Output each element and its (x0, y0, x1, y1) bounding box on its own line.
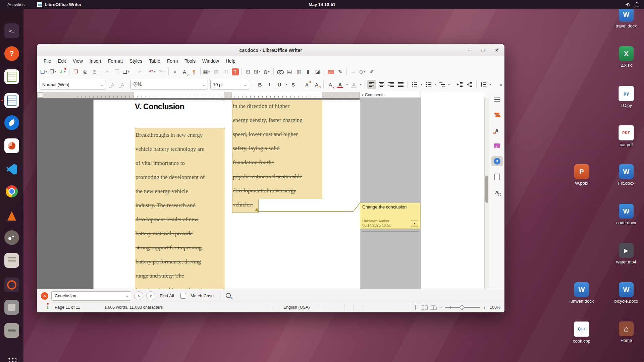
desktop-icon-cook-cpp[interactable]: cook.cpp (566, 321, 598, 344)
font-name-combo[interactable]: 等线 ⌄ (130, 80, 208, 89)
subscript-button[interactable]: A (312, 80, 321, 89)
sidebar-properties-button[interactable] (491, 110, 503, 120)
comment-box[interactable]: Change the conclusion Unknown Author 05/… (360, 203, 420, 229)
track-changes-button[interactable]: ✎ (336, 67, 344, 76)
basic-shapes-button[interactable]: ◇▾ (358, 67, 367, 76)
search-box[interactable]: ⌄ (51, 291, 131, 301)
desktop-icon-fix-docx[interactable]: Fix.docx (610, 164, 642, 186)
desktop-icon-lc-py[interactable]: LC.py (610, 86, 642, 108)
paste-button[interactable]: ❑▾ (122, 67, 131, 76)
formatting-marks-button[interactable]: ¶ (190, 67, 198, 76)
search-input[interactable] (54, 293, 126, 299)
desktop-icon-car-pdf[interactable]: car.pdf (610, 125, 642, 147)
insert-special-character-dropdown-icon[interactable]: ▾ (267, 70, 270, 73)
find-next-button[interactable]: ∨ (146, 291, 155, 300)
sidebar-gallery-button[interactable] (491, 141, 503, 151)
document-text-line[interactable]: battery materials provide (136, 227, 225, 241)
libreoffice-calc-dock-button[interactable] (4, 69, 19, 84)
find-all-button[interactable]: Find All (160, 293, 174, 298)
match-case-label[interactable]: Match Case (191, 293, 214, 298)
menu-insert[interactable]: Insert (86, 58, 105, 64)
find-previous-button[interactable]: ∧ (134, 291, 143, 300)
chevron-down-icon[interactable]: ⌄ (201, 83, 205, 86)
menu-form[interactable]: Form (164, 58, 181, 64)
zoom-slider-thumb[interactable] (460, 305, 464, 310)
align-left-button[interactable] (367, 80, 376, 89)
paste-dropdown-icon[interactable]: ▾ (127, 70, 130, 73)
save-button[interactable]: ⇓▾ (58, 67, 67, 76)
print-button[interactable]: ⎙ (81, 67, 90, 76)
sidebar-styles-button[interactable] (491, 125, 503, 135)
insert-endnote-button[interactable]: ▥ (294, 67, 303, 76)
outline-list-button[interactable] (438, 80, 446, 89)
document-text-line[interactable]: range and safety. The (136, 269, 225, 283)
menu-tools[interactable]: Tools (181, 58, 199, 64)
show-apps-dock-button[interactable] (4, 354, 19, 362)
document-text-line[interactable]: safety, laying a solid (233, 141, 322, 156)
desktop-icon-water-mp4[interactable]: water.mp4 (610, 243, 642, 264)
scrollbar-thumb[interactable] (485, 176, 488, 203)
document-text-line[interactable]: speed, lower cost and higher (233, 127, 322, 141)
ordered-list-button[interactable] (424, 80, 433, 89)
horizontal-ruler[interactable]: L (37, 92, 360, 98)
strikethrough-button[interactable]: S (289, 80, 298, 89)
zoom-level[interactable]: 100% (490, 302, 500, 312)
ubuntu-software-dock-button[interactable] (4, 278, 19, 292)
vertical-scrollbar[interactable] (484, 98, 489, 289)
app-gray-1-dock-button[interactable] (4, 300, 19, 315)
open-file-dropdown-icon[interactable]: ▾ (54, 70, 57, 73)
comment-text[interactable]: Change the conclusion (362, 204, 407, 209)
export-pdf-button[interactable]: ❒ (71, 67, 80, 76)
new-style-button[interactable]: A (118, 80, 127, 89)
desktop-icon-lunwen-docx[interactable]: lunwen.docx (566, 282, 598, 304)
document-text-line[interactable]: vehicle battery technology are (136, 142, 225, 156)
sidebar-settings-button[interactable] (491, 95, 503, 105)
insert-cross-reference-button[interactable]: ◪ (313, 67, 322, 76)
basic-shapes-dropdown-icon[interactable]: ▾ (363, 70, 366, 73)
chevron-down-icon[interactable]: ⌄ (99, 83, 103, 86)
insert-field-dropdown-icon[interactable]: ▾ (258, 70, 261, 73)
unordered-list-dropdown-icon[interactable]: ▾ (420, 83, 423, 86)
menu-styles[interactable]: Styles (126, 58, 146, 64)
app-gray-2-dock-button[interactable] (4, 323, 19, 338)
document-text-line[interactable]: industry. The research and (136, 198, 225, 213)
insert-image-button[interactable]: ▧ (212, 67, 221, 76)
align-justify-button[interactable] (396, 80, 405, 89)
terminal-dock-button[interactable] (4, 23, 19, 38)
files-dock-button[interactable] (4, 253, 19, 268)
unordered-list-button[interactable] (410, 80, 419, 89)
find-and-replace-icon[interactable] (225, 292, 233, 300)
document-text-line[interactable]: development results of new (136, 213, 225, 227)
document-text-line[interactable]: foundation for the (233, 156, 322, 170)
page-number-status[interactable]: Page 11 of 11 (55, 302, 80, 312)
desktop-icon-home[interactable]: Home (610, 321, 642, 343)
save-dropdown-icon[interactable]: ▾ (63, 70, 66, 73)
vscode-dock-button[interactable] (4, 162, 19, 177)
search-history-dropdown-icon[interactable]: ⌄ (126, 294, 128, 298)
menu-view[interactable]: View (69, 58, 86, 64)
chrome-dock-button[interactable] (4, 184, 19, 199)
font-size-combo[interactable]: 10 pt ⌄ (210, 80, 249, 89)
freeform-line-button[interactable]: ✐ (368, 67, 376, 76)
insert-text-box-button[interactable]: T (231, 67, 239, 76)
document-page[interactable]: V. Conclusion Breakthroughs in new energ… (93, 100, 360, 289)
document-text-line[interactable]: development of new energy (233, 184, 322, 198)
document-text-line[interactable]: popularization and sustainable (233, 170, 322, 184)
find-and-replace-button[interactable]: ⌕ (171, 67, 179, 76)
insert-bookmark-button[interactable]: ▮ (304, 67, 313, 76)
sidebar-page-button[interactable] (491, 172, 503, 182)
sidebar-style-inspector-button[interactable] (491, 187, 503, 197)
superscript-button[interactable]: A (303, 80, 311, 89)
horizontal-line-button[interactable]: ─ (349, 67, 358, 76)
document-canvas[interactable]: V. Conclusion Breakthroughs in new energ… (37, 98, 484, 289)
update-style-button[interactable]: A (108, 80, 117, 89)
document-text-line[interactable]: in the direction of higher (233, 100, 322, 113)
gimp-dock-button[interactable] (4, 230, 19, 245)
menu-file[interactable]: File (40, 58, 55, 64)
print-preview-button[interactable]: ⊡ (90, 67, 99, 76)
underline-button[interactable]: U (275, 80, 284, 89)
font-color-button[interactable]: A (336, 80, 344, 89)
menu-edit[interactable]: Edit (55, 58, 69, 64)
book-view-icon[interactable] (430, 305, 437, 310)
document-text-line[interactable]: promoting the development of (136, 170, 225, 184)
